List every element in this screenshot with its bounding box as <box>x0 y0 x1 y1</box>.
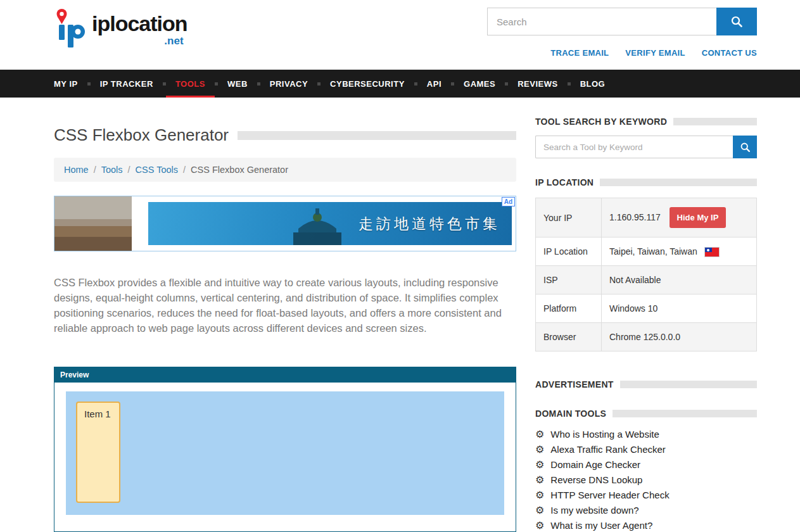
domain-tools-heading: DOMAIN TOOLS <box>535 408 606 419</box>
nav-item-tools[interactable]: TOOLS <box>166 70 215 98</box>
breadcrumb: Home / Tools / CSS Tools / CSS Flexbox G… <box>54 158 516 182</box>
preview-body: Item 1 <box>54 383 516 531</box>
list-item: ⚙Alexa Traffic Rank Checker <box>535 444 757 455</box>
search-icon <box>730 15 743 28</box>
breadcrumb-separator: / <box>128 165 130 175</box>
list-item: ⚙HTTP Server Header Check <box>535 490 757 500</box>
isp-value: Not Available <box>602 266 757 294</box>
list-item: ⚙Who is Hosting a Website <box>535 429 757 440</box>
flex-preview-item[interactable]: Item 1 <box>76 402 120 503</box>
header-links: TRACE EMAIL VERIFY EMAIL CONTACT US <box>550 48 757 58</box>
trace-email-link[interactable]: TRACE EMAIL <box>550 48 609 58</box>
ip-pin-icon <box>54 8 89 48</box>
main-content: CSS Flexbox Generator Home / Tools / CSS… <box>54 117 516 532</box>
taiwan-flag-icon <box>705 248 719 256</box>
logo-text: iplocation .net <box>92 8 187 48</box>
nav-item-blog[interactable]: BLOG <box>571 70 615 98</box>
domain-tool-link-alexa-rank[interactable]: Alexa Traffic Rank Checker <box>550 444 665 455</box>
nav-item-api[interactable]: API <box>417 70 451 98</box>
heading-decorative-bar <box>673 118 757 125</box>
breadcrumb-separator: / <box>94 165 96 175</box>
your-ip-value: 1.160.95.117 <box>609 212 661 222</box>
heading-decorative-bar <box>620 381 757 388</box>
nav-item-privacy[interactable]: PRIVACY <box>260 70 317 98</box>
domain-tools-list: ⚙Who is Hosting a Website ⚙Alexa Traffic… <box>535 429 757 531</box>
list-item: ⚙Reverse DNS Lookup <box>535 474 757 485</box>
nav-item-ip-tracker[interactable]: IP TRACKER <box>91 70 163 98</box>
contact-us-link[interactable]: CONTACT US <box>702 48 757 58</box>
tool-description: CSS Flexbox provides a flexible and intu… <box>54 276 516 336</box>
tool-search-button[interactable] <box>733 136 757 158</box>
gear-icon: ⚙ <box>535 521 544 531</box>
ip-location-heading: IP LOCATION <box>535 177 594 187</box>
nav-item-games[interactable]: GAMES <box>454 70 505 98</box>
site-header: iplocation .net TRACE EMAIL VERIFY EMAIL… <box>0 0 800 70</box>
gear-icon: ⚙ <box>535 429 544 440</box>
heading-decorative-bar <box>600 179 757 186</box>
advertisement-heading: ADVERTISEMENT <box>535 379 614 390</box>
gear-icon: ⚙ <box>535 475 544 485</box>
platform-value: Windows 10 <box>602 294 757 323</box>
row-label: Platform <box>536 294 602 323</box>
list-item: ⚙Is my website down? <box>535 505 757 516</box>
browser-value: Chrome 125.0.0.0 <box>602 323 757 352</box>
domain-tool-link-website-down[interactable]: Is my website down? <box>550 505 638 516</box>
ip-location-table: Your IP 1.160.95.117 Hide My IP IP Locat… <box>535 198 757 352</box>
search-icon <box>740 142 751 153</box>
ad-creative: 走訪地道特色市集 <box>148 202 512 245</box>
nav-item-cybersecurity[interactable]: CYBERSECURITY <box>321 70 414 98</box>
row-value-cell: Taipei, Taiwan, Taiwan <box>602 238 757 266</box>
ad-overlay-text: 走訪地道特色市集 <box>359 214 500 234</box>
domain-tool-link-http-header[interactable]: HTTP Server Header Check <box>550 490 669 500</box>
breadcrumb-tools[interactable]: Tools <box>101 165 123 175</box>
page-title: CSS Flexbox Generator <box>54 125 229 145</box>
site-logo[interactable]: iplocation .net <box>54 8 187 48</box>
row-value-cell: 1.160.95.117 Hide My IP <box>602 198 757 238</box>
breadcrumb-home[interactable]: Home <box>64 165 89 175</box>
domain-tool-link-user-agent[interactable]: What is my User Agent? <box>550 520 652 531</box>
ad-choices-label[interactable]: Ad <box>502 197 515 206</box>
hide-my-ip-button[interactable]: Hide My IP <box>670 207 727 228</box>
breadcrumb-css-tools[interactable]: CSS Tools <box>136 165 178 175</box>
header-search-button[interactable] <box>716 8 757 35</box>
page: iplocation .net TRACE EMAIL VERIFY EMAIL… <box>0 0 800 532</box>
domain-tool-link-reverse-dns[interactable]: Reverse DNS Lookup <box>550 474 642 485</box>
table-row: Browser Chrome 125.0.0.0 <box>536 323 757 352</box>
breadcrumb-current: CSS Flexbox Generator <box>191 165 288 175</box>
verify-email-link[interactable]: VERIFY EMAIL <box>625 48 685 58</box>
flexbox-preview-panel: Preview Item 1 <box>54 367 516 532</box>
table-row: ISP Not Available <box>536 266 757 294</box>
ip-location-value: Taipei, Taiwan, Taiwan <box>609 246 697 256</box>
header-search <box>487 8 757 35</box>
nav-item-web[interactable]: WEB <box>218 70 257 98</box>
table-row: Platform Windows 10 <box>536 294 757 323</box>
tool-search <box>535 136 757 158</box>
table-row: Your IP 1.160.95.117 Hide My IP <box>536 198 757 238</box>
gear-icon: ⚙ <box>535 445 544 455</box>
list-item: ⚙What is my User Agent? <box>535 520 757 531</box>
header-search-input[interactable] <box>487 8 716 35</box>
ad-photo-image <box>54 196 132 251</box>
list-item: ⚙Domain Age Checker <box>535 459 757 470</box>
preview-panel-title: Preview <box>54 367 516 383</box>
row-label: ISP <box>536 266 602 294</box>
sidebar: TOOL SEARCH BY KEYWORD IP LOCATION Your … <box>535 117 757 532</box>
domain-tool-link-domain-age[interactable]: Domain Age Checker <box>550 459 640 470</box>
breadcrumb-separator: / <box>183 165 186 175</box>
nav-item-reviews[interactable]: REVIEWS <box>508 70 567 98</box>
gear-icon: ⚙ <box>535 490 544 500</box>
flex-preview-container: Item 1 <box>66 391 504 515</box>
gear-icon: ⚙ <box>535 460 544 470</box>
row-label: IP Location <box>536 238 602 266</box>
row-label: Your IP <box>536 198 602 238</box>
nav-item-my-ip[interactable]: MY IP <box>54 70 87 98</box>
building-dome-icon <box>279 207 355 245</box>
ad-banner[interactable]: 走訪地道特色市集 Ad <box>54 196 516 251</box>
gear-icon: ⚙ <box>535 505 544 516</box>
title-decorative-bar <box>238 131 516 140</box>
tool-search-input[interactable] <box>535 136 733 158</box>
domain-tool-link-hosting[interactable]: Who is Hosting a Website <box>550 429 659 440</box>
table-row: IP Location Taipei, Taiwan, Taiwan <box>536 238 757 266</box>
heading-decorative-bar <box>613 410 757 417</box>
main-nav: MY IP IP TRACKER TOOLS WEB PRIVACY CYBER… <box>0 70 800 98</box>
